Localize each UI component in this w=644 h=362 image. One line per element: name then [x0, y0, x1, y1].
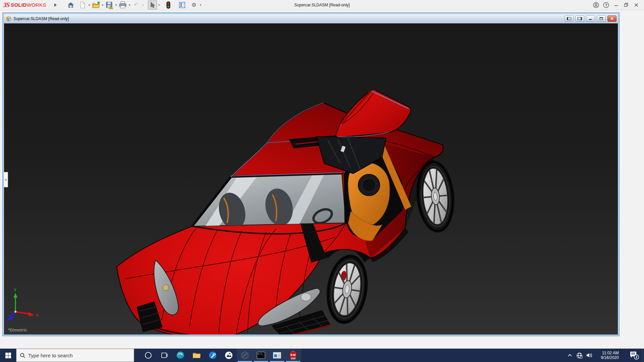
- logo-flyout-button[interactable]: [54, 3, 57, 7]
- flyout-arrow-icon: [54, 3, 57, 7]
- supercar-model: [4, 23, 618, 335]
- taskbar-app-solidworks[interactable]: SW 2020: [285, 349, 301, 362]
- print-icon: [119, 1, 127, 9]
- help-button[interactable]: ?: [601, 0, 611, 10]
- options-button[interactable]: ⚙: [190, 1, 199, 9]
- flyout-handle-dot: [5, 179, 7, 181]
- doc-restore-button[interactable]: [597, 15, 606, 22]
- action-center-button[interactable]: 2: [627, 349, 642, 362]
- command-prompt-icon: C:\_: [257, 351, 265, 360]
- undo-dropdown[interactable]: ▾: [141, 1, 145, 9]
- orientation-triad: Y x: [4, 288, 48, 324]
- sw-year: 2020: [291, 357, 296, 360]
- doc-close-button[interactable]: [607, 15, 616, 22]
- doc-minimize-button[interactable]: [586, 15, 595, 22]
- help-glyph: ?: [605, 3, 607, 7]
- doc-split-left-button[interactable]: [565, 15, 574, 22]
- search-icon: [20, 353, 25, 358]
- search-input[interactable]: [28, 353, 122, 358]
- clock[interactable]: 11:02 AM 9/16/2020: [594, 349, 627, 362]
- document-window: Supercar.SLDASM [Read-only]: [3, 13, 619, 336]
- undo-button[interactable]: ↶: [132, 1, 141, 9]
- document-titlebar[interactable]: Supercar.SLDASM [Read-only]: [4, 14, 618, 23]
- rebuild-button[interactable]: [164, 1, 173, 9]
- start-button[interactable]: [0, 349, 16, 362]
- save-button[interactable]: [105, 1, 114, 9]
- brand-solid: SOLID: [11, 2, 26, 8]
- taskbar-app-support-tool[interactable]: [205, 349, 221, 362]
- photos-icon: [224, 351, 233, 360]
- task-view-button[interactable]: [156, 349, 172, 362]
- clock-time: 11:02 AM: [601, 351, 619, 355]
- home-icon: [67, 1, 74, 9]
- open-folder-icon: [92, 1, 100, 9]
- print-button[interactable]: [118, 1, 127, 9]
- front-wheel: [322, 252, 372, 327]
- taskbar-app-hexagon[interactable]: [237, 349, 253, 362]
- document-window-controls: [563, 15, 616, 22]
- account-icon: [592, 1, 600, 9]
- taskbar-search[interactable]: [16, 349, 134, 362]
- doc-split-right-button[interactable]: [575, 15, 584, 22]
- doc-close-icon: [609, 17, 614, 20]
- view-orientation-label: *Dimetric: [8, 327, 27, 333]
- brand-works: WORKS: [26, 2, 46, 8]
- windows-logo-icon: [5, 353, 11, 358]
- taskbar-app-edge[interactable]: [172, 349, 189, 362]
- network-globe-icon: [576, 352, 583, 359]
- options-dropdown[interactable]: ▾: [199, 1, 203, 9]
- tray-chevron-button[interactable]: [566, 349, 574, 362]
- chevron-up-icon: [568, 354, 572, 357]
- taskbar-app-photos[interactable]: [221, 349, 237, 362]
- select-cursor-icon: [149, 2, 156, 8]
- open-button[interactable]: [92, 1, 101, 9]
- split-left-icon: [567, 17, 572, 20]
- clock-date: 9/16/2020: [601, 355, 619, 360]
- feature-tree-flyout-handle[interactable]: [4, 172, 8, 187]
- cortana-button[interactable]: [140, 349, 156, 362]
- show-desktop-button[interactable]: [642, 349, 644, 362]
- window-controls: ?: [591, 0, 641, 10]
- restore-icon: [623, 1, 630, 9]
- restore-button[interactable]: [621, 0, 631, 10]
- triad-x-label: x: [36, 313, 38, 317]
- select-tool-button[interactable]: [148, 1, 157, 9]
- doc-restore-icon: [599, 17, 604, 20]
- document-title: Supercar.SLDASM [Read-only]: [13, 16, 69, 21]
- file-properties-button[interactable]: [178, 1, 187, 9]
- save-dropdown[interactable]: ▾: [114, 1, 118, 9]
- taskbar-app-command-prompt[interactable]: C:\_: [253, 349, 269, 362]
- home-button[interactable]: [66, 1, 75, 9]
- print-dropdown[interactable]: ▾: [127, 1, 132, 9]
- quick-access-toolbar: ▾ ▾ ▾: [66, 1, 203, 9]
- speaker-icon: [586, 352, 593, 358]
- taskbar-app-file-explorer[interactable]: [189, 349, 205, 362]
- close-button[interactable]: [631, 0, 641, 10]
- hexagon-app-icon: [240, 351, 249, 360]
- system-tray: 11:02 AM 9/16/2020 2: [566, 349, 644, 362]
- gear-icon: ⚙: [192, 2, 196, 8]
- solidworks-monogram-icon: 3S: [3, 1, 9, 9]
- volume-button[interactable]: [584, 349, 594, 362]
- app-titlebar: 3S SOLIDWORKS ▾ ▾: [0, 0, 644, 10]
- triad-y-label: Y: [14, 288, 16, 293]
- sw-letters: SW: [290, 353, 296, 357]
- traffic-light-icon: [166, 1, 171, 9]
- edge-icon: [176, 351, 185, 360]
- solidworks-2020-icon: SW 2020: [288, 350, 298, 360]
- new-document-button[interactable]: [78, 1, 87, 9]
- network-button[interactable]: [574, 349, 584, 362]
- window-app-icon: [273, 351, 281, 360]
- minimize-button[interactable]: [611, 0, 621, 10]
- save-readonly-icon: [105, 1, 113, 9]
- viewport-3d[interactable]: Y x *Dimetric: [4, 23, 618, 335]
- account-button[interactable]: [591, 0, 601, 10]
- taskbar-app-window-tool[interactable]: [269, 349, 285, 362]
- wrench-circle-icon: [208, 351, 217, 360]
- undo-icon: ↶: [134, 1, 139, 8]
- command-prompt-label: C:\_: [258, 353, 264, 355]
- select-tool-dropdown[interactable]: ▾: [157, 1, 161, 9]
- open-dropdown[interactable]: ▾: [101, 1, 105, 9]
- properties-list-icon: [178, 1, 186, 9]
- new-document-dropdown[interactable]: ▾: [87, 1, 92, 9]
